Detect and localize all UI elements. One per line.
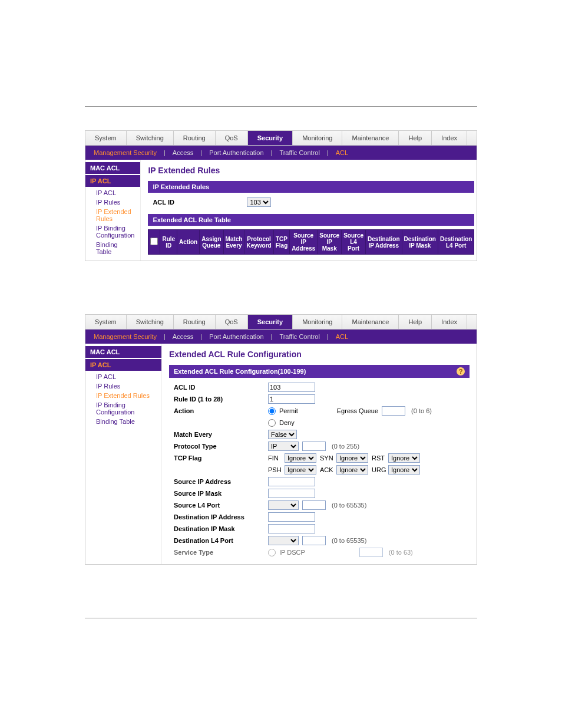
sidebar-item-ip-acl[interactable]: IP ACL: [85, 188, 140, 197]
tab-switching[interactable]: Switching: [127, 131, 174, 145]
subtab-acl-2[interactable]: ACL: [332, 332, 352, 341]
radio-deny[interactable]: [268, 419, 276, 427]
select-urg[interactable]: Ignore: [388, 465, 420, 475]
subtab-traffic-control-2[interactable]: Traffic Control: [276, 332, 323, 341]
tab-help-2[interactable]: Help: [399, 315, 432, 329]
label-fin: FIN: [268, 454, 283, 462]
select-protocol-type[interactable]: IP: [268, 442, 299, 451]
col-src-l4: Source L4 Port: [342, 230, 366, 255]
sidebar-item-ip-rules[interactable]: IP Rules: [85, 197, 140, 207]
select-ack[interactable]: Ignore: [336, 465, 368, 475]
radio-permit[interactable]: [268, 407, 276, 415]
col-action: Action: [177, 230, 200, 255]
main-tabs-2: System Switching Routing QoS Security Mo…: [85, 315, 477, 330]
tab-qos-2[interactable]: QoS: [216, 315, 248, 329]
subtab-mgmt-security[interactable]: Management Security: [90, 148, 160, 157]
input-rule-id[interactable]: [268, 394, 315, 404]
label-tcp-flag: TCP Flag: [174, 454, 268, 462]
subtab-port-auth-2[interactable]: Port Authentication: [206, 332, 267, 341]
tab-maintenance-2[interactable]: Maintenance: [342, 315, 399, 329]
sidebar-head-ip-acl-2[interactable]: IP ACL: [85, 359, 161, 371]
tab-index[interactable]: Index: [432, 131, 467, 145]
label-dst-l4: Destination L4 Port: [174, 537, 268, 544]
label-rule-id: Rule ID (1 to 28): [174, 396, 268, 403]
tab-switching-2[interactable]: Switching: [127, 315, 174, 329]
radio-ip-dscp[interactable]: [268, 549, 276, 556]
panel-ext-acl-rule-config: System Switching Routing QoS Security Mo…: [85, 314, 477, 565]
hint-dst-l4: (0 to 65535): [332, 537, 366, 544]
sidebar-item-ip-binding-config[interactable]: IP Binding Configuration: [85, 223, 140, 240]
label-ip-dscp: IP DSCP: [279, 549, 305, 556]
tab-security-2[interactable]: Security: [248, 315, 293, 329]
tab-system-2[interactable]: System: [85, 315, 127, 329]
col-dst-l4: Destination L4 Port: [438, 230, 474, 255]
input-dst-ip[interactable]: [268, 512, 315, 522]
subtab-access-2[interactable]: Access: [169, 332, 197, 341]
sidebar-item-ip-binding-config-2[interactable]: IP Binding Configuration: [85, 400, 161, 417]
subtab-traffic-control[interactable]: Traffic Control: [276, 148, 323, 157]
subtab-acl[interactable]: ACL: [332, 148, 352, 157]
col-dst-mask: Destination IP Mask: [402, 230, 438, 255]
tab-routing[interactable]: Routing: [174, 131, 216, 145]
label-src-l4: Source L4 Port: [174, 502, 268, 509]
tab-security[interactable]: Security: [248, 131, 293, 145]
subtab-mgmt-security-2[interactable]: Management Security: [90, 332, 160, 341]
select-acl-id[interactable]: 103: [247, 197, 271, 207]
input-src-ip[interactable]: [268, 477, 315, 486]
label-syn: SYN: [320, 454, 335, 462]
tab-maintenance[interactable]: Maintenance: [342, 131, 399, 145]
sidebar-item-ip-extended-rules[interactable]: IP Extended Rules: [85, 207, 140, 223]
select-fin[interactable]: Ignore: [285, 453, 316, 463]
input-ip-dscp[interactable]: [359, 548, 383, 557]
panel-ip-extended-rules: System Switching Routing QoS Security Mo…: [85, 130, 477, 261]
input-dst-l4[interactable]: [302, 536, 326, 545]
tab-system[interactable]: System: [85, 131, 127, 145]
label-src-ip: Source IP Address: [174, 478, 268, 485]
sidebar-item-binding-table[interactable]: Binding Table: [85, 240, 140, 256]
input-acl-id[interactable]: [268, 383, 315, 392]
tab-monitoring-2[interactable]: Monitoring: [293, 315, 342, 329]
sidebar-item-ip-extended-rules-2[interactable]: IP Extended Rules: [85, 391, 161, 400]
tab-help[interactable]: Help: [399, 131, 432, 145]
col-src-ip: Source IP Address: [290, 230, 318, 255]
subtab-port-auth[interactable]: Port Authentication: [206, 148, 267, 157]
sidebar-item-ip-rules-2[interactable]: IP Rules: [85, 381, 161, 391]
sidebar-item-binding-table-2[interactable]: Binding Table: [85, 417, 161, 426]
label-dst-mask: Destination IP Mask: [174, 525, 268, 532]
label-acl-id: ACL ID: [153, 199, 247, 206]
hint-src-l4: (0 to 65535): [332, 502, 366, 509]
select-dst-l4[interactable]: [268, 536, 299, 545]
col-dst-ip: Destination IP Address: [366, 230, 402, 255]
label-urg: URG: [372, 466, 387, 473]
input-src-l4[interactable]: [302, 500, 326, 510]
input-dst-mask[interactable]: [268, 524, 315, 533]
tab-index-2[interactable]: Index: [432, 315, 467, 329]
hint-protocol: (0 to 255): [332, 443, 359, 450]
sidebar-head-ip-acl[interactable]: IP ACL: [85, 175, 140, 187]
select-syn[interactable]: Ignore: [336, 453, 368, 463]
tab-routing-2[interactable]: Routing: [174, 315, 216, 329]
label-service-type: Service Type: [174, 549, 268, 556]
label-protocol-type: Protocol Type: [174, 443, 268, 450]
sidebar-head-mac-acl[interactable]: MAC ACL: [85, 162, 140, 174]
input-src-mask[interactable]: [268, 489, 315, 498]
select-match-every[interactable]: False: [268, 430, 297, 439]
input-egress-queue[interactable]: [382, 406, 405, 416]
subtab-access[interactable]: Access: [169, 148, 197, 157]
label-ack: ACK: [320, 466, 335, 473]
help-icon[interactable]: ?: [457, 367, 465, 375]
sub-tabs-2: Management Security| Access| Port Authen…: [85, 330, 477, 344]
label-permit: Permit: [279, 407, 298, 414]
tab-monitoring[interactable]: Monitoring: [293, 131, 342, 145]
select-rst[interactable]: Ignore: [388, 453, 420, 463]
select-src-l4[interactable]: [268, 500, 299, 510]
col-checkbox: [148, 230, 160, 255]
top-divider: [85, 106, 477, 107]
select-psh[interactable]: Ignore: [285, 465, 316, 475]
sidebar-head-mac-acl-2[interactable]: MAC ACL: [85, 346, 161, 358]
sidebar-item-ip-acl-2[interactable]: IP ACL: [85, 372, 161, 381]
section-ip-extended-rules: IP Extended Rules: [148, 181, 474, 193]
input-protocol-num[interactable]: [302, 442, 326, 451]
tab-qos[interactable]: QoS: [216, 131, 248, 145]
checkbox-select-all[interactable]: [150, 238, 158, 245]
